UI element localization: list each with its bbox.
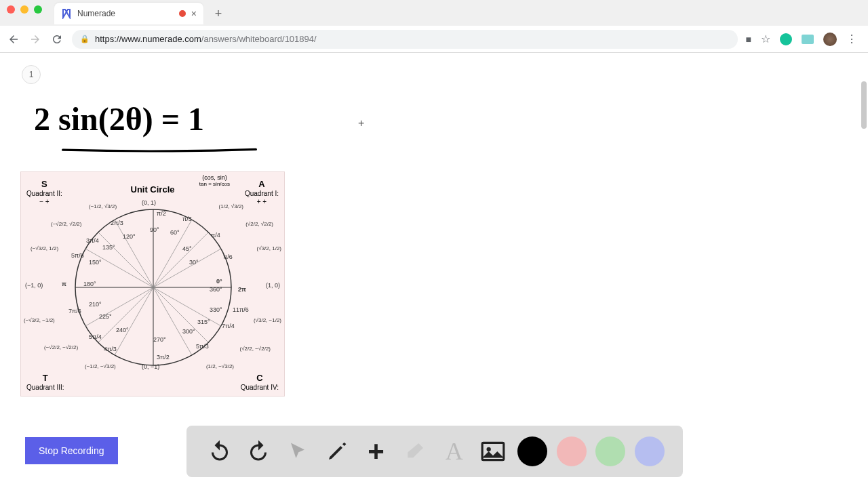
pointer-tool[interactable]: [283, 436, 313, 466]
cos-sin-label: (cos, sin) tan = sin/cos: [199, 175, 230, 188]
pen-tool[interactable]: [322, 436, 352, 466]
window-controls: [7, 5, 42, 14]
add-tool[interactable]: +: [361, 436, 391, 466]
numerade-favicon-icon: [61, 8, 72, 19]
extension-icons: ■ ☆ ⋮: [746, 33, 861, 46]
scrollbar[interactable]: [861, 54, 867, 487]
url-host: https://www.numerade.com: [95, 34, 201, 44]
forward-button: [28, 33, 42, 46]
page-number-badge[interactable]: 1: [22, 65, 41, 84]
svg-point-11: [487, 447, 491, 451]
color-green[interactable]: [595, 436, 625, 466]
whiteboard-toolbar: + A: [186, 426, 683, 477]
color-pink[interactable]: [557, 436, 587, 466]
maximize-window-icon[interactable]: [34, 5, 42, 14]
extension-icon[interactable]: [802, 35, 814, 44]
text-tool[interactable]: A: [439, 436, 469, 466]
quadrant-3-label: T Quadrant III:: [26, 373, 64, 392]
eraser-tool[interactable]: [400, 436, 430, 466]
handwritten-equation: 2 sin(2θ) = 1: [34, 100, 204, 138]
image-tool[interactable]: [478, 436, 508, 466]
unit-circle-title: Unit Circle: [130, 184, 174, 195]
camera-icon[interactable]: ■: [746, 34, 751, 45]
lock-icon: 🔒: [80, 35, 90, 43]
quadrant-1-label: A Quadrant I: + +: [245, 179, 279, 206]
url-path: /answers/whiteboard/101894/: [201, 34, 317, 44]
uc-right: (1, 0): [266, 282, 280, 289]
kebab-menu-icon[interactable]: ⋮: [846, 33, 857, 45]
profile-avatar-icon[interactable]: [823, 33, 837, 46]
back-button[interactable]: [7, 33, 20, 46]
uc-left: (−1, 0): [25, 282, 43, 289]
tab-strip: Numerade × +: [54, 3, 228, 24]
crosshair-cursor-icon: +: [358, 117, 364, 129]
close-window-icon[interactable]: [7, 5, 15, 14]
svg-marker-0: [63, 9, 70, 18]
unit-circle-image[interactable]: (cos, sin) tan = sin/cos Unit Circle A Q…: [20, 171, 285, 396]
recording-indicator-icon: [179, 10, 186, 17]
minimize-window-icon[interactable]: [20, 5, 28, 14]
address-bar: 🔒 https://www.numerade.com/answers/white…: [0, 26, 868, 53]
whiteboard-canvas[interactable]: 1 2 sin(2θ) = 1 + (cos, sin) tan = sin/c…: [0, 53, 868, 488]
color-blue[interactable]: [635, 436, 665, 466]
equation-underline: [37, 148, 281, 153]
grammarly-icon[interactable]: [780, 33, 792, 45]
color-black[interactable]: [517, 436, 547, 466]
quadrant-4-label: C Quadrant IV:: [241, 373, 279, 392]
uc-bottom: (0, −1): [142, 363, 159, 370]
undo-button[interactable]: [205, 436, 235, 466]
stop-recording-button[interactable]: Stop Recording: [25, 437, 118, 464]
browser-tab[interactable]: Numerade ×: [54, 3, 203, 24]
uc-top: (0, 1): [142, 199, 156, 206]
url-field[interactable]: 🔒 https://www.numerade.com/answers/white…: [72, 30, 738, 49]
tab-title: Numerade: [77, 9, 174, 18]
star-icon[interactable]: ☆: [761, 33, 770, 45]
scrollbar-thumb[interactable]: [861, 81, 867, 129]
reload-button[interactable]: [50, 33, 64, 46]
tab-close-icon[interactable]: ×: [191, 8, 197, 19]
new-tab-button[interactable]: +: [209, 7, 228, 21]
quadrant-2-label: S Quadrant II: − +: [26, 179, 62, 206]
redo-button[interactable]: [243, 436, 273, 466]
